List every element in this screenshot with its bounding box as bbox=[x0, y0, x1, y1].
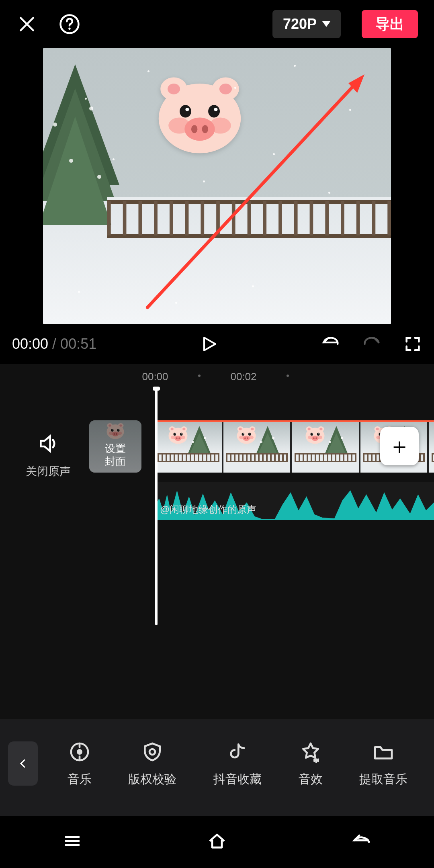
redo-button[interactable] bbox=[362, 335, 381, 353]
tab-label: 抖音收藏 bbox=[213, 771, 262, 788]
speaker-icon bbox=[37, 432, 59, 455]
timeline-ruler: 00:00 00:02 bbox=[0, 364, 434, 388]
resolution-label: 720P bbox=[283, 16, 317, 33]
tab-copyright[interactable]: 版权校验 bbox=[128, 740, 176, 788]
ruler-tick: 00:00 bbox=[142, 371, 168, 383]
nav-recent-button[interactable] bbox=[60, 831, 84, 852]
svg-rect-34 bbox=[263, 201, 266, 235]
timecode: 00:00 / 00:51 bbox=[12, 336, 96, 352]
svg-rect-41 bbox=[372, 201, 376, 235]
tab-label: 提取音乐 bbox=[359, 771, 407, 788]
svg-rect-28 bbox=[170, 201, 173, 235]
clip-thumb bbox=[223, 422, 290, 473]
fullscreen-button[interactable] bbox=[403, 335, 422, 353]
tab-extract-music[interactable]: 提取音乐 bbox=[359, 740, 407, 788]
mute-original-button[interactable]: 关闭原声 bbox=[16, 432, 80, 479]
svg-point-49 bbox=[149, 749, 155, 755]
tab-label: 版权校验 bbox=[128, 771, 176, 788]
undo-button[interactable] bbox=[321, 335, 340, 353]
svg-rect-33 bbox=[248, 201, 251, 235]
add-clip-button[interactable]: ＋ bbox=[380, 427, 419, 465]
ruler-tick: 00:02 bbox=[230, 371, 256, 383]
close-icon[interactable] bbox=[16, 13, 38, 35]
playhead[interactable] bbox=[155, 388, 158, 625]
svg-point-19 bbox=[89, 106, 93, 111]
music-icon bbox=[68, 740, 92, 764]
star-icon bbox=[299, 740, 323, 764]
svg-rect-26 bbox=[138, 201, 142, 235]
clip-thumb bbox=[155, 422, 222, 473]
svg-point-48 bbox=[78, 750, 81, 753]
svg-rect-27 bbox=[154, 201, 158, 235]
tab-label: 音乐 bbox=[68, 771, 92, 788]
time-separator: / bbox=[52, 336, 56, 352]
export-label: 导出 bbox=[375, 14, 404, 34]
audio-track[interactable]: @闲聊地缘创作的原声 bbox=[155, 482, 434, 520]
svg-rect-37 bbox=[310, 201, 313, 235]
tab-music[interactable]: 音乐 bbox=[68, 740, 92, 788]
chevron-left-icon bbox=[17, 757, 29, 770]
help-icon[interactable] bbox=[59, 13, 80, 35]
ruler-dot bbox=[198, 375, 201, 377]
nav-home-button[interactable] bbox=[205, 831, 229, 852]
svg-point-20 bbox=[69, 159, 73, 163]
svg-marker-46 bbox=[204, 338, 215, 350]
video-preview[interactable] bbox=[43, 48, 391, 324]
system-nav-bar bbox=[0, 816, 434, 868]
pig-sticker bbox=[154, 76, 246, 156]
nav-back-button[interactable] bbox=[350, 831, 374, 852]
tool-tabs: 音乐 版权校验 抖音收藏 音效 提取音乐 bbox=[0, 719, 434, 816]
svg-point-21 bbox=[97, 175, 101, 179]
svg-rect-31 bbox=[216, 201, 220, 235]
play-button[interactable] bbox=[199, 334, 219, 354]
ruler-dot bbox=[287, 375, 289, 377]
audio-track-label: @闲聊地缘创作的原声 bbox=[160, 503, 256, 516]
svg-rect-39 bbox=[341, 201, 344, 235]
mute-label: 关闭原声 bbox=[16, 464, 80, 479]
set-cover-button[interactable]: 设置封面 bbox=[89, 420, 141, 473]
set-cover-label: 设置封面 bbox=[89, 442, 141, 473]
folder-icon bbox=[371, 740, 395, 764]
svg-rect-43 bbox=[107, 197, 391, 200]
svg-rect-36 bbox=[294, 201, 298, 235]
svg-rect-29 bbox=[185, 201, 189, 235]
clip-thumb bbox=[429, 422, 434, 473]
svg-rect-25 bbox=[123, 201, 127, 235]
svg-rect-40 bbox=[356, 201, 360, 235]
svg-rect-42 bbox=[387, 201, 391, 235]
export-button[interactable]: 导出 bbox=[362, 10, 418, 38]
tab-label: 音效 bbox=[299, 771, 323, 788]
resolution-button[interactable]: 720P bbox=[272, 10, 341, 38]
chevron-down-icon bbox=[322, 21, 330, 27]
back-button[interactable] bbox=[8, 741, 38, 786]
shield-icon bbox=[140, 740, 164, 764]
tab-douyin-favorites[interactable]: 抖音收藏 bbox=[213, 740, 262, 788]
svg-rect-30 bbox=[201, 201, 204, 235]
douyin-icon bbox=[225, 740, 250, 764]
current-time: 00:00 bbox=[12, 336, 48, 352]
tab-sound-fx[interactable]: 音效 bbox=[299, 740, 323, 788]
timeline[interactable]: 00:00 00:02 关闭原声 设置封面 bbox=[0, 364, 434, 719]
clip-thumb bbox=[292, 422, 359, 473]
svg-rect-24 bbox=[107, 201, 111, 235]
svg-point-18 bbox=[53, 123, 57, 127]
svg-rect-38 bbox=[325, 201, 329, 235]
plus-icon: ＋ bbox=[388, 435, 411, 457]
total-duration: 00:51 bbox=[60, 336, 96, 352]
svg-rect-35 bbox=[278, 201, 282, 235]
svg-rect-32 bbox=[232, 201, 235, 235]
preview-railing bbox=[107, 197, 391, 241]
svg-point-17 bbox=[68, 28, 70, 30]
